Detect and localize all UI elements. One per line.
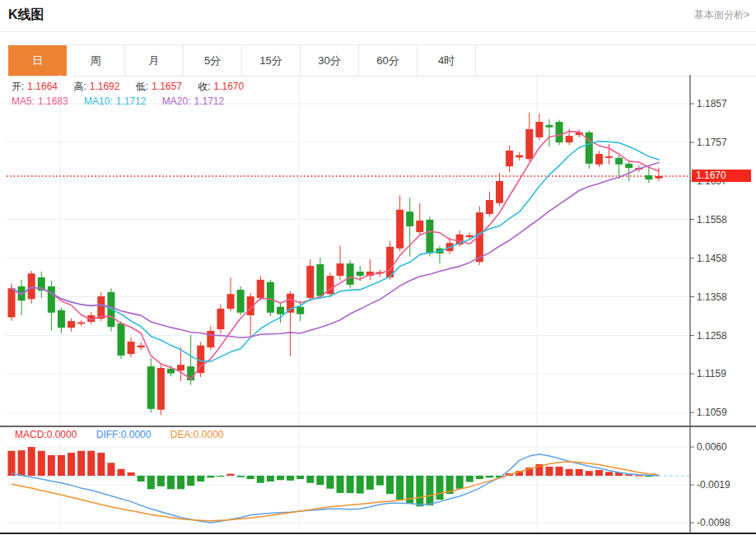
macd-label: MACD: xyxy=(15,429,47,440)
price-axis-label: 1.1757 xyxy=(697,137,727,148)
macd-value: 0.0000 xyxy=(47,429,77,440)
dea-label: DEA: xyxy=(170,429,194,440)
high-value: 1.1692 xyxy=(90,81,120,92)
open-label: 开: xyxy=(12,81,24,92)
macd-axis-label: -0.0019 xyxy=(697,479,730,491)
ma5-label: MA5: xyxy=(12,95,35,107)
price-axis-label: 1.1458 xyxy=(697,253,727,264)
low-label: 低: xyxy=(136,81,148,92)
current-price-tag: 1.1670 xyxy=(692,170,751,182)
macd-readout: MACD:0.0000 DIFF:0.0000 DEA:0.0000 xyxy=(15,429,240,440)
low-value: 1.1657 xyxy=(152,81,182,92)
macd-axis-label: 0.0060 xyxy=(697,441,727,453)
diff-label: DIFF: xyxy=(96,429,121,440)
open-value: 1.1664 xyxy=(27,81,58,92)
dea-value: 0.0000 xyxy=(194,429,224,440)
ma10-label: MA10: xyxy=(84,95,113,107)
ma-readout: MA5:1.1683 MA10:1.1712 MA20:1.1712 xyxy=(12,95,227,107)
ma20-value: 1.1712 xyxy=(194,95,224,107)
price-axis-label: 1.1159 xyxy=(697,368,726,379)
price-axis-label: 1.1857 xyxy=(697,98,727,109)
price-axis-label: 1.1258 xyxy=(697,330,727,342)
high-label: 高: xyxy=(73,81,86,92)
kline-page: K线图 基本面分析> 日 周 月 5分 15分 30分 60分 4时 开:1.1… xyxy=(0,0,756,535)
ma10-value: 1.1712 xyxy=(116,95,147,107)
price-axis-label: 1.1358 xyxy=(697,291,727,303)
ohlc-readout: 开:1.1664 高:1.1692 低:1.1657 收:1.1670 xyxy=(12,80,257,94)
ma20-label: MA20: xyxy=(162,95,191,107)
macd-axis-label: -0.0098 xyxy=(697,517,730,528)
ma5-value: 1.1683 xyxy=(38,95,68,107)
price-axis-label: 1.1059 xyxy=(697,407,727,418)
close-label: 收: xyxy=(198,81,210,92)
diff-value: 0.0000 xyxy=(121,429,152,440)
close-value: 1.1670 xyxy=(214,81,245,92)
price-axis-label: 1.1558 xyxy=(697,214,727,226)
